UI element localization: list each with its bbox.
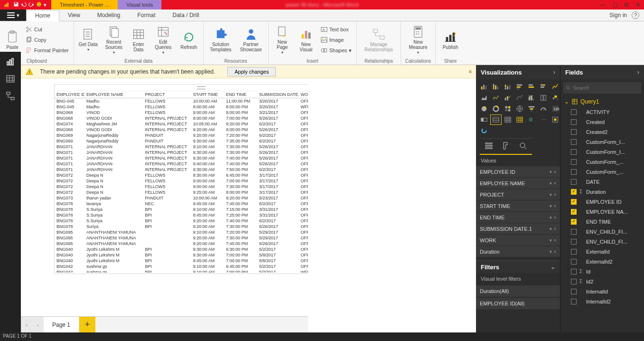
remove-icon[interactable]: × (554, 249, 556, 254)
format-tab-icon[interactable] (502, 142, 510, 151)
get-data-button[interactable]: Get Data▾ (77, 23, 100, 57)
smiley-icon[interactable] (36, 1, 42, 8)
table-row[interactable]: BNG068VINOD GODIINTERNAL PROJECT8:00:00 … (55, 115, 308, 121)
checkbox[interactable] (571, 159, 577, 165)
viz-type-icon[interactable] (514, 93, 525, 103)
maximize-icon[interactable]: ▢ (613, 1, 618, 8)
document-tab[interactable]: Timesheet - Power ... (51, 0, 118, 9)
checkbox[interactable] (571, 289, 577, 294)
viz-type-icon[interactable] (503, 82, 513, 92)
viz-type-icon[interactable] (526, 104, 537, 114)
tab-data-drill[interactable]: Data / Drill (164, 9, 208, 21)
save-icon[interactable] (13, 1, 19, 8)
table-row[interactable]: BNG095ANANTHANENI YAMUNA9:10:00 AM7:20:0… (55, 229, 308, 235)
column-header[interactable]: EMPLOYEE ID (55, 91, 84, 98)
checkbox[interactable] (571, 119, 577, 125)
viz-type-icon[interactable] (526, 93, 537, 103)
field-well[interactable]: END TIME▾× (476, 212, 560, 223)
field-well[interactable]: PROJECT▾× (476, 189, 560, 200)
visual-grip-icon[interactable] (197, 86, 205, 89)
add-page-button[interactable]: + (79, 317, 95, 333)
new-visual-button[interactable]: New Visual (295, 23, 317, 57)
field-item[interactable]: CustomForm_... (560, 167, 644, 177)
viz-type-icon[interactable] (550, 93, 560, 103)
table-row[interactable]: BNG071JANARDHANINTERNAL PROJECT9:30:00 A… (55, 155, 308, 161)
field-item[interactable]: InternalId (560, 286, 644, 296)
refresh-button[interactable]: Refresh (177, 23, 200, 57)
field-item[interactable]: CustomForm_I... (560, 137, 644, 147)
field-item[interactable]: CustomForm_I... (560, 147, 644, 157)
viz-type-icon[interactable] (479, 104, 489, 114)
checkbox[interactable] (571, 209, 577, 215)
table-row[interactable]: BNG071JANARDHANINTERNAL PROJECT9:10:00 A… (55, 144, 308, 150)
field-item[interactable]: ΣId (560, 266, 644, 276)
partner-showcase-button[interactable]: Partner Showcase (237, 23, 265, 57)
column-header[interactable]: START TIME (191, 91, 224, 98)
page-next-button[interactable]: › (32, 317, 44, 333)
checkbox[interactable] (571, 259, 577, 265)
apply-changes-button[interactable]: Apply changes (227, 67, 276, 76)
column-header[interactable]: EMPLOYEE NAME (84, 91, 143, 98)
page-tab-1[interactable]: Page 1 (44, 317, 79, 332)
viz-type-icon[interactable] (538, 82, 549, 92)
field-item[interactable]: InternalId2 (560, 296, 644, 306)
tab-modeling[interactable]: Modeling (89, 9, 129, 21)
field-well[interactable]: EMPLOYEE NAME▾× (476, 178, 560, 189)
shapes-button[interactable]: Shapes ▾ (319, 46, 354, 55)
viz-type-icon[interactable] (503, 104, 513, 114)
field-item[interactable]: EMPLOYEE NA... (560, 207, 644, 217)
field-well[interactable]: Duration▾× (476, 246, 560, 257)
report-canvas[interactable]: ⛶ ⋯ EMPLOYEE IDEMPLOYEE NAMEPROJECTSTART… (35, 82, 294, 309)
field-item[interactable]: ΣId2 (560, 276, 644, 286)
table-row[interactable]: BNG078lavanyaNEC9:45:00 AM7:45:00 PM6/2/… (55, 201, 308, 207)
viz-type-icon[interactable] (514, 82, 525, 92)
checkbox[interactable] (571, 149, 577, 155)
column-header[interactable]: WORK (299, 91, 308, 98)
model-view-button[interactable] (2, 89, 19, 103)
field-item[interactable]: ΣDuration (560, 187, 644, 197)
table-row[interactable]: BNG078S.SuriyaBPI9:20:00 AM7:40:00 PM6/2… (55, 218, 308, 224)
viz-type-icon[interactable] (479, 93, 489, 103)
text-box-button[interactable]: AText box (319, 25, 354, 34)
cut-button[interactable]: Cut (24, 25, 71, 34)
analytics-tab-icon[interactable] (519, 142, 527, 151)
chevron-down-icon[interactable]: ▾ (550, 249, 552, 254)
field-item[interactable]: ACTIVITY (560, 107, 644, 117)
fields-tab-icon[interactable] (485, 142, 493, 151)
remove-icon[interactable]: × (554, 192, 556, 197)
page-prev-button[interactable]: ‹ (21, 317, 32, 333)
undo-icon[interactable] (21, 1, 27, 8)
chevron-down-icon[interactable]: ▾ (550, 192, 552, 197)
table-row[interactable]: BNG040Jyothi Lekshmi MBPI9:30:00 AM7:00:… (55, 252, 308, 258)
field-well[interactable]: EMPLOYEE ID▾× (476, 166, 560, 178)
enter-data-button[interactable]: Enter Data (128, 23, 149, 57)
viz-type-icon[interactable] (538, 104, 549, 114)
table-row[interactable]: BNG095ANANTHANENI YAMUNA9:20:00 AM7:30:0… (55, 235, 308, 241)
image-button[interactable]: Image (319, 35, 354, 45)
filter-item[interactable]: EMPLOYEE ID(All) (476, 298, 560, 309)
checkbox[interactable] (571, 229, 577, 235)
viz-type-icon[interactable] (514, 115, 525, 124)
viz-type-icon[interactable] (491, 104, 501, 114)
remove-icon[interactable]: × (554, 204, 556, 208)
field-item[interactable]: Created (560, 117, 644, 127)
restore-icon[interactable]: ⧉ (625, 1, 629, 8)
table-row[interactable]: BNG071JANARDHANINTERNAL PROJECT9:30:00 A… (55, 150, 308, 155)
search-input[interactable] (573, 85, 638, 91)
checkbox[interactable] (571, 249, 577, 255)
viz-type-icon[interactable] (514, 104, 525, 114)
message-close-icon[interactable]: × (468, 68, 472, 76)
table-row[interactable]: BNG042sushma gsBPI9:10:00 AM7:00:00 PM5/… (55, 269, 308, 273)
viz-type-icon[interactable]: ⋯ (538, 115, 549, 124)
viz-type-icon[interactable] (538, 93, 549, 103)
field-well[interactable]: WORK▾× (476, 235, 560, 246)
field-item[interactable]: ENV_CHILD_FI... (560, 237, 644, 246)
table-row[interactable]: BNG072Deepa NFELLOWS9:25:00 AM8:00:00 PM… (55, 189, 308, 195)
fields-header[interactable]: Fields› (560, 65, 644, 79)
table-row[interactable]: BNG072Deepa NFELLOWS9:00:00 AM7:00:00 PM… (55, 178, 308, 184)
fields-search[interactable] (563, 82, 641, 94)
format-painter-button[interactable]: Format Painter (24, 46, 71, 55)
table-row[interactable]: BNG078S.SuriyaBPI9:10:00 AM7:15:00 PM3/3… (55, 207, 308, 212)
table-row[interactable]: BNG069NagarjunaReddyPANDUIT9:30:00 AM7:3… (55, 138, 308, 144)
file-menu[interactable]: ▾ (0, 9, 26, 21)
